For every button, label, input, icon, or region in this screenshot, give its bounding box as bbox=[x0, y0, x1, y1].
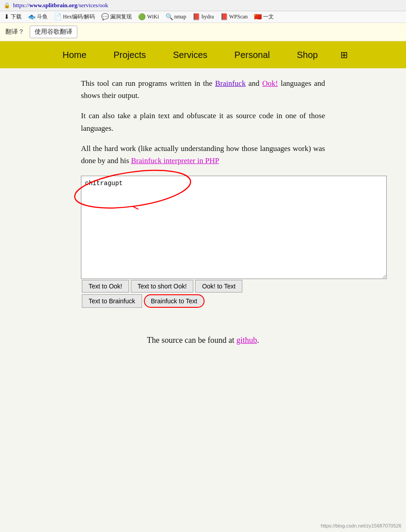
brainfuck-link[interactable]: Brainfuck bbox=[215, 79, 245, 88]
bookmark-hexencode-label: Hex编码/解码 bbox=[63, 13, 95, 21]
wpscan-icon: 📕 bbox=[220, 13, 228, 21]
nav-projects[interactable]: Projects bbox=[100, 42, 159, 68]
nav-shop[interactable]: Shop bbox=[283, 42, 331, 68]
bookmark-download-label: 下载 bbox=[11, 13, 22, 21]
brainfuck-to-text-button[interactable]: Brainfuck to Text bbox=[144, 294, 205, 308]
github-link[interactable]: github bbox=[236, 336, 257, 345]
bookmark-vuln-label: 漏洞复现 bbox=[110, 13, 132, 21]
paragraph-2: It can also take a plain text and obfusc… bbox=[81, 110, 325, 134]
nav-services[interactable]: Services bbox=[160, 42, 221, 68]
flag-icon: 🇨🇳 bbox=[254, 13, 262, 21]
bookmark-douyu-label: 斗鱼 bbox=[37, 13, 48, 21]
nav-home[interactable]: Home bbox=[49, 42, 100, 68]
translate-question: 翻译？ bbox=[5, 28, 24, 36]
tool-area: chitragupt Text to Ook! Text to short Oo… bbox=[81, 176, 325, 309]
translate-bar: 翻译？ 使用谷歌翻译 bbox=[0, 23, 406, 41]
vuln-icon: 💬 bbox=[101, 13, 109, 21]
bookmark-wiki[interactable]: 🟢 WiKi bbox=[137, 13, 160, 21]
bookmarks-bar: ⬇ 下载 🐟 斗鱼 📄 Hex编码/解码 💬 漏洞复现 🟢 WiKi 🔍 nma… bbox=[0, 11, 406, 23]
text-to-ook-button[interactable]: Text to Ook! bbox=[82, 280, 129, 293]
doc-icon: 📄 bbox=[54, 13, 62, 21]
download-icon: ⬇ bbox=[4, 13, 9, 21]
ook-link[interactable]: Ook! bbox=[262, 79, 278, 88]
text-to-brainfuck-button[interactable]: Text to Brainfuck bbox=[82, 294, 142, 308]
bookmark-yiwen[interactable]: 🇨🇳 一文 bbox=[253, 13, 275, 21]
footer-section: The source can be found at github. bbox=[81, 336, 325, 354]
nmap-icon: 🔍 bbox=[165, 13, 173, 21]
bookmark-wpscan[interactable]: 📕 WPScan bbox=[219, 13, 249, 21]
grid-icon[interactable]: ⊞ bbox=[331, 41, 357, 68]
translate-button[interactable]: 使用谷歌翻译 bbox=[30, 26, 77, 38]
hydra-icon: 📕 bbox=[192, 13, 200, 21]
nav-personal[interactable]: Personal bbox=[221, 42, 283, 68]
lock-icon: 🔒 bbox=[4, 2, 10, 9]
paragraph-1: This tool can run programs written in th… bbox=[81, 77, 325, 102]
bookmark-nmap[interactable]: 🔍 nmap bbox=[164, 13, 188, 21]
button-row-2: Text to Brainfuck Brainfuck to Text bbox=[81, 293, 325, 309]
footer-text: The source can be found at github. bbox=[81, 336, 325, 345]
bookmark-wpscan-label: WPScan bbox=[229, 13, 248, 20]
url-bar: https://www.splitbrain.org/services/ook bbox=[13, 2, 108, 9]
bookmark-douyu[interactable]: 🐟 斗鱼 bbox=[27, 13, 49, 21]
bookmark-hexencode[interactable]: 📄 Hex编码/解码 bbox=[53, 13, 96, 21]
fish-icon: 🐟 bbox=[28, 13, 36, 21]
browser-bar: 🔒 https://www.splitbrain.org/services/oo… bbox=[0, 0, 406, 11]
bookmark-nmap-label: nmap bbox=[174, 13, 187, 20]
button-row: Text to Ook! Text to short Ook! Ook! to … bbox=[81, 279, 325, 293]
bookmark-vuln[interactable]: 💬 漏洞复现 bbox=[100, 13, 133, 21]
text-to-short-ook-button[interactable]: Text to short Ook! bbox=[131, 280, 194, 293]
main-content: This tool can run programs written in th… bbox=[0, 68, 406, 363]
wiki-icon: 🟢 bbox=[138, 13, 146, 21]
bookmark-hydra-label: hydra bbox=[201, 13, 214, 20]
site-nav: Home Projects Services Personal Shop ⊞ bbox=[0, 41, 406, 68]
brainfuck-php-link[interactable]: Brainfuck interpreter in PHP bbox=[131, 156, 219, 165]
bookmark-yiwen-label: 一文 bbox=[263, 13, 274, 21]
ook-to-text-button[interactable]: Ook! to Text bbox=[195, 280, 242, 293]
bookmark-wiki-label: WiKi bbox=[147, 13, 159, 20]
bookmark-hydra[interactable]: 📕 hydra bbox=[191, 13, 215, 21]
paragraph-3: All the hard work (like actually underst… bbox=[81, 142, 325, 167]
bookmark-download[interactable]: ⬇ 下载 bbox=[3, 13, 23, 21]
tool-textarea[interactable]: chitragupt bbox=[81, 176, 387, 279]
